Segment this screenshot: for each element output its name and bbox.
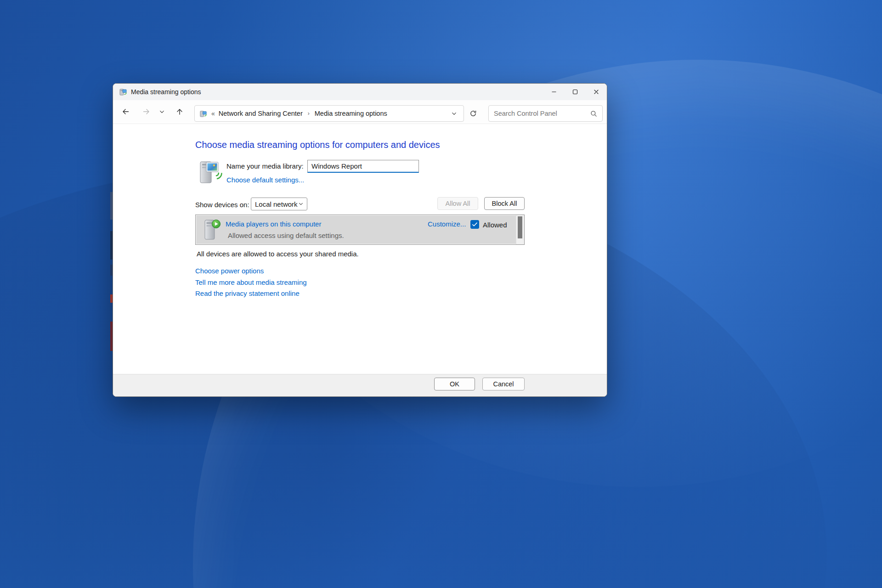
device-status-text: Allowed access using default settings. [228,232,344,239]
breadcrumb-overflow[interactable]: « [211,110,215,117]
scrollbar-thumb[interactable] [518,216,522,238]
media-library-icon [199,158,223,187]
allow-all-button[interactable]: Allow All [437,197,478,210]
search-box [488,105,603,122]
minimize-button[interactable] [543,84,565,100]
cancel-button[interactable]: Cancel [482,378,525,390]
block-all-button[interactable]: Block All [484,197,525,210]
recent-locations-chevron[interactable] [156,104,167,119]
show-devices-label: Show devices on: [195,201,249,209]
breadcrumb-item-media-streaming[interactable]: Media streaming options [315,110,387,117]
media-streaming-app-icon [119,88,127,96]
device-row[interactable]: Media players on this computer Allowed a… [196,215,516,244]
media-player-icon [204,218,221,243]
choose-power-options-link[interactable]: Choose power options [195,267,264,275]
library-name-label: Name your media library: [226,162,304,170]
library-name-input[interactable] [307,160,419,173]
device-list-scrollbar[interactable] [516,215,524,244]
close-button[interactable] [586,84,607,100]
window-controls [543,84,607,100]
up-button[interactable] [171,104,188,119]
refresh-button[interactable] [465,105,481,122]
breadcrumb-separator-icon: › [308,110,310,117]
select-chevron-down-icon [298,201,304,207]
dialog-footer: OK Cancel [113,374,607,396]
window-title: Media streaming options [131,88,201,96]
choose-default-settings-link[interactable]: Choose default settings... [226,176,304,184]
allowed-checkbox[interactable] [470,220,479,229]
privacy-statement-link[interactable]: Read the privacy statement online [195,289,300,297]
title-bar: Media streaming options [113,84,607,100]
network-scope-value: Local network [255,200,298,208]
forward-button[interactable] [137,104,155,119]
desktop: Media streaming options [0,0,882,588]
location-icon [199,110,207,118]
allowed-label: Allowed [483,221,507,229]
network-scope-select[interactable]: Local network [251,198,307,210]
media-streaming-window: Media streaming options [113,83,607,397]
devices-note: All devices are allowed to access your s… [197,250,359,258]
breadcrumb-item-network-sharing[interactable]: Network and Sharing Center [219,110,303,117]
customize-link[interactable]: Customize... [428,220,466,228]
device-list: Media players on this computer Allowed a… [195,215,525,245]
address-dropdown-chevron-icon[interactable] [451,111,457,117]
media-player-link[interactable]: Media players on this computer [226,220,321,228]
back-button[interactable] [117,104,134,119]
page-title: Choose media streaming options for compu… [195,140,440,150]
address-bar[interactable]: « Network and Sharing Center › Media str… [194,105,464,122]
search-icon [590,110,597,117]
search-input[interactable] [489,110,590,117]
maximize-button[interactable] [565,84,586,100]
media-streaming-info-link[interactable]: Tell me more about media streaming [195,278,307,286]
ok-button[interactable]: OK [434,378,475,390]
